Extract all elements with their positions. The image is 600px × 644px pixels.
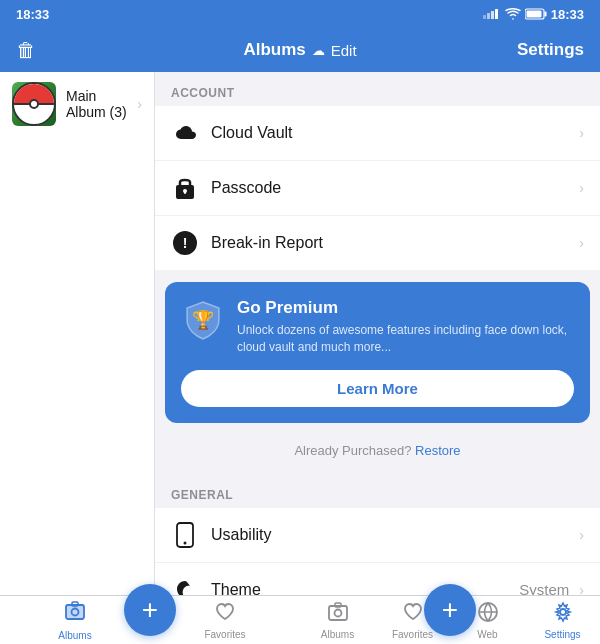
- fab-button-left[interactable]: +: [124, 584, 176, 636]
- account-section-header: ACCOUNT: [155, 72, 600, 106]
- theme-value: System: [519, 581, 569, 595]
- album-thumbnail: [12, 82, 56, 126]
- favorites-right-tab-label: Favorites: [392, 629, 433, 640]
- account-menu-list: Cloud Vault › Passcode ›: [155, 106, 600, 270]
- usability-icon: [171, 521, 199, 549]
- premium-desc: Unlock dozens of awesome features includ…: [237, 322, 574, 356]
- svg-point-24: [334, 609, 341, 616]
- settings-tab-icon: [552, 601, 574, 627]
- premium-shield-icon: 🏆: [181, 298, 225, 342]
- already-purchased-text: Already Purchased?: [294, 443, 411, 458]
- content-area: Main Album (3) › ACCOUNT Cloud Vault ›: [0, 72, 600, 595]
- tab-settings[interactable]: Settings: [525, 596, 600, 644]
- restore-container: Already Purchased? Restore: [155, 435, 600, 466]
- menu-item-passcode[interactable]: Passcode ›: [155, 161, 600, 216]
- pokeball-image: [12, 82, 56, 126]
- svg-rect-19: [66, 605, 84, 619]
- battery-icon: [525, 8, 547, 20]
- nav-settings-title: Settings: [517, 40, 584, 60]
- svg-rect-25: [335, 603, 341, 607]
- svg-rect-6: [526, 11, 541, 18]
- break-in-report-icon: !: [171, 229, 199, 257]
- premium-banner: 🏆 Go Premium Unlock dozens of awesome fe…: [165, 282, 590, 423]
- general-menu-list: Usability › Theme System ›: [155, 508, 600, 595]
- cloud-icon: ☁: [312, 43, 325, 58]
- svg-rect-22: [72, 602, 78, 606]
- break-in-report-arrow: ›: [579, 235, 584, 251]
- svg-rect-9: [184, 191, 186, 194]
- albums-tab-label: Albums: [58, 630, 91, 641]
- tab-bar-left: Albums Favorites +: [0, 596, 300, 644]
- status-icons-right: 18:33: [483, 7, 584, 22]
- cloud-vault-arrow: ›: [579, 125, 584, 141]
- favorites-right-tab-icon: [402, 601, 424, 627]
- tab-bar-right: Albums Favorites + Web: [300, 596, 600, 644]
- learn-more-button[interactable]: Learn More: [181, 370, 574, 407]
- restore-link[interactable]: Restore: [415, 443, 461, 458]
- usability-label: Usability: [211, 526, 575, 544]
- nav-center: Albums ☁ Edit: [205, 40, 394, 60]
- album-name: Main Album (3): [66, 88, 137, 120]
- fab-plus-right-icon: +: [442, 596, 458, 624]
- albums-right-tab-icon: [327, 601, 349, 627]
- passcode-arrow: ›: [579, 180, 584, 196]
- section-divider: [155, 466, 600, 474]
- usability-arrow: ›: [579, 527, 584, 543]
- wifi-icon: [505, 8, 521, 20]
- menu-item-usability[interactable]: Usability ›: [155, 508, 600, 563]
- right-panel[interactable]: ACCOUNT Cloud Vault ›: [155, 72, 600, 595]
- break-in-report-label: Break-in Report: [211, 234, 575, 252]
- nav-albums-title: Albums: [243, 40, 305, 60]
- fab-button-right[interactable]: +: [424, 584, 476, 636]
- fab-plus-icon: +: [142, 596, 158, 624]
- svg-rect-5: [544, 12, 546, 17]
- svg-rect-1: [487, 13, 490, 19]
- web-tab-icon: [477, 601, 499, 627]
- nav-left: 🗑: [0, 39, 205, 62]
- status-time-right: 18:33: [551, 7, 584, 22]
- menu-item-cloud-vault[interactable]: Cloud Vault ›: [155, 106, 600, 161]
- svg-rect-23: [329, 606, 347, 620]
- menu-item-theme[interactable]: Theme System ›: [155, 563, 600, 595]
- cloud-vault-icon: [171, 119, 199, 147]
- svg-point-12: [184, 541, 187, 544]
- cloud-vault-label: Cloud Vault: [211, 124, 575, 142]
- general-section-header: GENERAL: [155, 474, 600, 508]
- favorites-tab-label: Favorites: [204, 629, 245, 640]
- svg-rect-2: [491, 11, 494, 19]
- trash-icon[interactable]: 🗑: [16, 39, 36, 62]
- svg-rect-0: [483, 15, 486, 19]
- album-item[interactable]: Main Album (3) ›: [0, 72, 154, 136]
- favorites-tab-icon: [214, 601, 236, 627]
- theme-label: Theme: [211, 581, 519, 595]
- nav-bar: 🗑 Albums ☁ Edit Settings: [0, 28, 600, 72]
- menu-item-break-in-report[interactable]: ! Break-in Report ›: [155, 216, 600, 270]
- tab-albums-right[interactable]: Albums: [300, 596, 375, 644]
- edit-button[interactable]: Edit: [331, 42, 357, 59]
- premium-title: Go Premium: [237, 298, 574, 318]
- tab-bar: Albums Favorites + Albums: [0, 595, 600, 644]
- status-bar: 18:33 18:33: [0, 0, 600, 28]
- left-panel: Main Album (3) ›: [0, 72, 155, 595]
- albums-right-tab-label: Albums: [321, 629, 354, 640]
- premium-text: Go Premium Unlock dozens of awesome feat…: [237, 298, 574, 356]
- passcode-label: Passcode: [211, 179, 575, 197]
- svg-text:🏆: 🏆: [192, 309, 215, 331]
- svg-rect-3: [495, 9, 498, 19]
- theme-arrow: ›: [579, 582, 584, 595]
- status-time-left: 18:33: [16, 7, 49, 22]
- signal-icon: [483, 9, 501, 19]
- svg-point-28: [560, 609, 566, 615]
- settings-tab-label: Settings: [544, 629, 580, 640]
- passcode-icon: [171, 174, 199, 202]
- premium-header: 🏆 Go Premium Unlock dozens of awesome fe…: [181, 298, 574, 356]
- theme-icon: [171, 576, 199, 595]
- albums-tab-icon: [64, 600, 86, 628]
- album-arrow: ›: [137, 96, 142, 112]
- web-tab-label: Web: [477, 629, 497, 640]
- nav-right: Settings: [395, 40, 600, 60]
